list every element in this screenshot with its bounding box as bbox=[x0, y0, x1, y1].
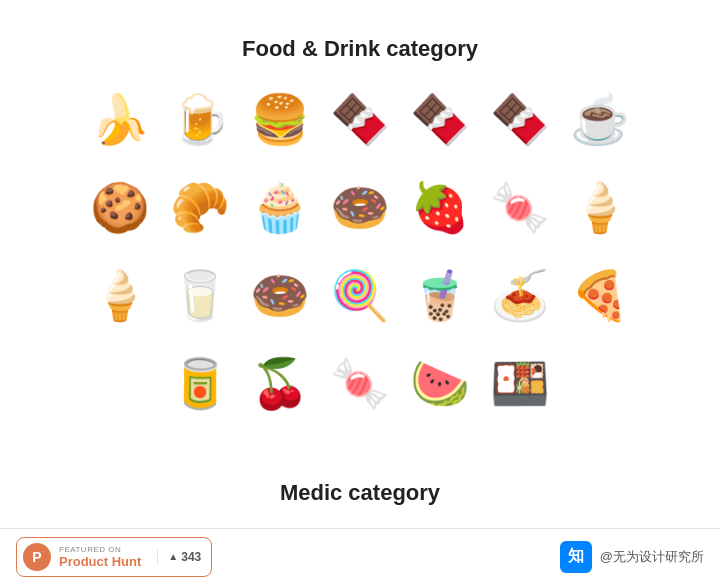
emoji-strawberry: 🍓 bbox=[400, 168, 480, 248]
emoji-bubble-tea: 🧋 bbox=[400, 256, 480, 336]
emoji-beer: 🍺 bbox=[160, 80, 240, 160]
emoji-pasta: 🍝 bbox=[480, 256, 560, 336]
emoji-coffee: ☕ bbox=[560, 80, 640, 160]
ph-product-name: Product Hunt bbox=[59, 554, 141, 569]
emoji-milk: 🥛 bbox=[160, 256, 240, 336]
emoji-croissant: 🥐 bbox=[160, 168, 240, 248]
emoji-donut: 🍩 bbox=[320, 168, 400, 248]
watermark-text: @无为设计研究所 bbox=[600, 548, 704, 566]
food-emoji-grid: 🍌 🍺 🍔 🍫 🍫 🍫 ☕ 🍪 🥐 🧁 🍩 🍓 🍬 🍦 🍦 🥛 🍩 🍭 🧋 🍝 … bbox=[0, 80, 720, 424]
ph-text-block: FEATURED ON Product Hunt bbox=[59, 545, 141, 569]
emoji-candy: 🍬 bbox=[480, 168, 560, 248]
product-hunt-badge[interactable]: P FEATURED ON Product Hunt ▲ 343 bbox=[16, 537, 212, 577]
emoji-watermelon: 🍉 bbox=[400, 344, 480, 424]
emoji-banana: 🍌 bbox=[80, 80, 160, 160]
emoji-chocolate-bar: 🍫 bbox=[400, 80, 480, 160]
page-container: Food & Drink category 🍌 🍺 🍔 🍫 🍫 🍫 ☕ 🍪 🥐 … bbox=[0, 0, 720, 584]
emoji-pizza: 🍕 bbox=[560, 256, 640, 336]
emoji-chocolate2: 🍫 bbox=[480, 80, 560, 160]
emoji-ice-cream-bar: 🍦 bbox=[560, 168, 640, 248]
emoji-candy-cane: 🍬 bbox=[320, 344, 400, 424]
emoji-heart-chocolate: 🍫 bbox=[320, 80, 400, 160]
bottom-bar: P FEATURED ON Product Hunt ▲ 343 知 @无为设计… bbox=[0, 528, 720, 584]
zhihu-logo-icon: 知 bbox=[560, 541, 592, 573]
ph-vote-count: 343 bbox=[181, 550, 201, 564]
emoji-burger: 🍔 bbox=[240, 80, 320, 160]
food-section-title: Food & Drink category bbox=[0, 0, 720, 80]
ph-featured-on-label: FEATURED ON bbox=[59, 545, 141, 554]
ph-arrow-icon: ▲ bbox=[168, 551, 178, 562]
watermark-block: 知 @无为设计研究所 bbox=[560, 541, 704, 573]
emoji-ice-cream-cone: 🍦 bbox=[80, 256, 160, 336]
ph-logo-letter: P bbox=[32, 549, 41, 565]
food-section: Food & Drink category 🍌 🍺 🍔 🍫 🍫 🍫 ☕ 🍪 🥐 … bbox=[0, 0, 720, 424]
emoji-bento: 🍱 bbox=[480, 344, 560, 424]
emoji-donut2: 🍩 bbox=[240, 256, 320, 336]
emoji-cookie: 🍪 bbox=[80, 168, 160, 248]
emoji-can: 🥫 bbox=[160, 344, 240, 424]
emoji-cupcake: 🧁 bbox=[240, 168, 320, 248]
emoji-cherries: 🍒 bbox=[240, 344, 320, 424]
ph-votes-block: ▲ 343 bbox=[157, 550, 201, 564]
ph-logo-icon: P bbox=[23, 543, 51, 571]
emoji-lollipop: 🍭 bbox=[320, 256, 400, 336]
medic-section-title: Medic category bbox=[0, 444, 720, 524]
